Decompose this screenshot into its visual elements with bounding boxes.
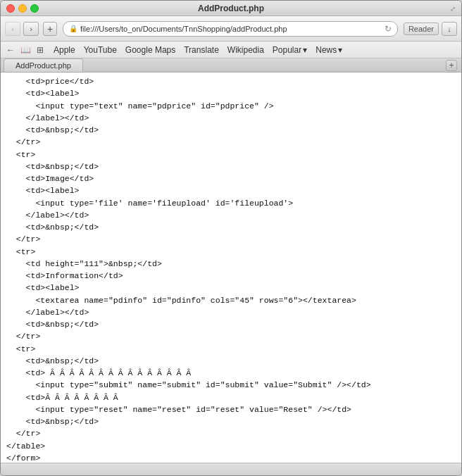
toolbar2-left: ← 📖 ⊞ <box>6 45 44 55</box>
code-line: </label></td> <box>6 209 456 221</box>
title-bar: AddProduct.php ⤢ <box>1 1 461 16</box>
address-text: file:///Users/to_on/Documents/TnnShoppin… <box>80 25 382 33</box>
chevron-down-icon2: ▾ <box>338 45 342 55</box>
code-line: <td>price</td> <box>6 75 456 87</box>
bookmark-youtube[interactable]: YouTube <box>84 45 117 55</box>
toolbar: ‹ › + 🔒 file:///Users/to_on/Documents/Tn… <box>1 16 461 42</box>
code-line: </table> <box>6 440 456 452</box>
code-line: <tr> <box>6 149 456 161</box>
bookmark-translate[interactable]: Translate <box>184 45 219 55</box>
code-line: <input type="reset" name="reset" id="res… <box>6 403 456 415</box>
traffic-lights <box>6 4 39 13</box>
tab-label: AddProduct.php <box>15 61 71 70</box>
code-line: <td><label> <box>6 87 456 99</box>
reader-button[interactable]: Reader <box>404 23 439 35</box>
code-line: <td>&nbsp;</td> <box>6 124 456 136</box>
bookmark-apple[interactable]: Apple <box>54 45 75 55</box>
add-tab-button[interactable]: + <box>446 60 457 71</box>
downloads-icon: ↓ <box>447 25 451 33</box>
bookmark-popular[interactable]: Popular ▾ <box>273 45 307 55</box>
bookmark-wikipedia[interactable]: Wikipedia <box>227 45 264 55</box>
bookmark-google-maps[interactable]: Google Maps <box>125 45 175 55</box>
plus-icon: + <box>47 23 53 35</box>
code-line: <td>&nbsp;</td> <box>6 318 456 330</box>
back-icon: ‹ <box>11 25 14 33</box>
window-title: AddProduct.php <box>198 4 264 13</box>
code-line: <td>Â Â Â Â Â Â Â Â <box>6 392 456 403</box>
code-content[interactable]: <td>price</td> <td><label> <input type="… <box>1 73 461 463</box>
code-line: <input type='file' name='fileupload' id=… <box>6 197 456 209</box>
code-line: <td>Information</td> <box>6 270 456 282</box>
back-button[interactable]: ‹ <box>5 22 20 36</box>
refresh-button[interactable]: ↻ <box>385 24 392 34</box>
status-bar <box>1 463 461 475</box>
code-line: <input type="submit" name="submit" id="s… <box>6 379 456 391</box>
bookmarks-list: Apple YouTube Google Maps Translate Wiki… <box>54 45 342 55</box>
code-line: <tr> <box>6 246 456 258</box>
forward-button[interactable]: › <box>23 22 39 36</box>
close-button[interactable] <box>6 4 15 13</box>
minimize-button[interactable] <box>18 4 27 13</box>
resize-icon: ⤢ <box>450 5 456 13</box>
code-line: </tr> <box>6 233 456 245</box>
code-line: <td>&nbsp;</td> <box>6 415 456 427</box>
tab-bar: AddProduct.php + <box>1 58 461 73</box>
active-tab[interactable]: AddProduct.php <box>4 58 83 72</box>
bookmarks-bar: ← 📖 ⊞ Apple YouTube Google Maps Translat… <box>1 42 461 58</box>
address-bar[interactable]: 🔒 file:///Users/to_on/Documents/TnnShopp… <box>63 21 398 37</box>
code-line: </tr> <box>6 330 456 342</box>
code-line: <tr> <box>6 343 456 355</box>
code-line: <input type="text" name="pdprice" id="pd… <box>6 100 456 112</box>
code-line: <td><label> <box>6 282 456 294</box>
back-icon2[interactable]: ← <box>6 45 15 55</box>
code-line: </tr> <box>6 427 456 439</box>
code-line: </tr> <box>6 136 456 148</box>
code-line: </label></td> <box>6 112 456 124</box>
tab-plus-icon: + <box>449 61 454 70</box>
browser-window: AddProduct.php ⤢ ‹ › + 🔒 file:///Users/t… <box>0 0 462 476</box>
code-line: <td><label> <box>6 184 456 196</box>
code-line: </form> <box>6 452 456 463</box>
code-line: <td>Image</td> <box>6 173 456 184</box>
new-tab-button[interactable]: + <box>43 22 57 36</box>
code-line: <textarea name="pdinfo" id="pdinfo" cols… <box>6 294 456 306</box>
chevron-down-icon: ▾ <box>303 45 307 55</box>
forward-icon: › <box>30 25 32 33</box>
code-line: <td>&nbsp;</td> <box>6 161 456 173</box>
book-icon[interactable]: 📖 <box>20 45 31 55</box>
grid-icon[interactable]: ⊞ <box>37 45 44 55</box>
code-line: <td height="111">&nbsp;</td> <box>6 258 456 270</box>
code-line: <td>&nbsp;</td> <box>6 355 456 367</box>
code-line: <td> Â Â Â Â Â Â Â Â Â Â Â Â Â Â Â <box>6 367 456 379</box>
bookmark-news[interactable]: News ▾ <box>316 45 342 55</box>
secure-icon: 🔒 <box>69 25 77 32</box>
downloads-button[interactable]: ↓ <box>442 22 457 36</box>
code-line: </label></td> <box>6 306 456 318</box>
maximize-button[interactable] <box>30 4 39 13</box>
code-line: <td>&nbsp;</td> <box>6 221 456 233</box>
